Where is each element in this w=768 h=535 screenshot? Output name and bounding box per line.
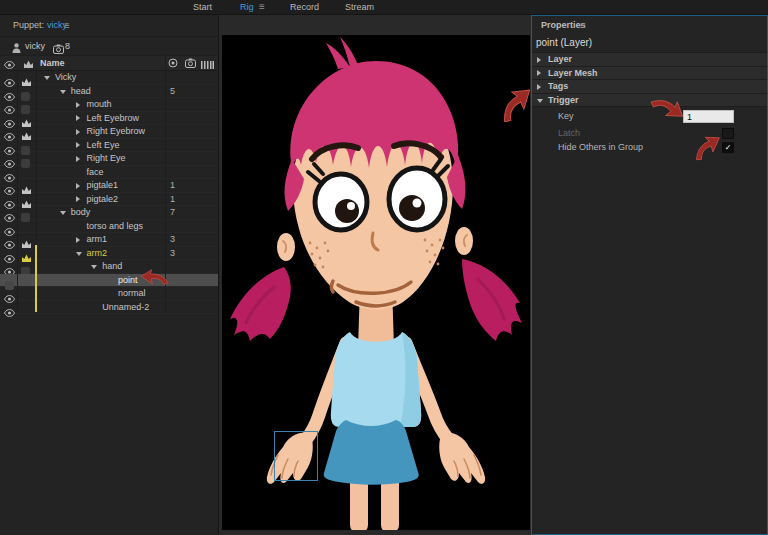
layer-label: pigtale1 [87, 179, 119, 193]
layer-label: face [87, 166, 104, 180]
crown-placeholder[interactable] [21, 100, 35, 110]
latch-label: Latch [558, 126, 580, 140]
tab-start[interactable]: Start [193, 0, 212, 14]
layer-row-body[interactable]: body7 [0, 206, 218, 220]
crown-placeholder[interactable] [21, 154, 35, 164]
layer-row-arm1[interactable]: arm13 [0, 233, 218, 247]
eye-toggle-icon[interactable] [2, 222, 16, 232]
section-layer[interactable]: Layer [532, 53, 767, 67]
eye-toggle-icon[interactable] [2, 249, 16, 259]
eye-toggle-icon[interactable] [2, 87, 16, 97]
panel-menu-icon[interactable]: ≡ [64, 15, 70, 36]
eye-toggle-icon[interactable] [2, 73, 16, 83]
layer-label: hand [102, 260, 122, 274]
crown-placeholder[interactable] [21, 87, 35, 97]
camera-icon[interactable] [185, 58, 196, 72]
eye-toggle-icon[interactable] [2, 168, 16, 178]
crown-icon-armed[interactable] [21, 249, 35, 259]
twirl-closed-icon[interactable] [537, 84, 541, 90]
puppet-badge-count: 8 [65, 37, 70, 55]
eye-hidden-box[interactable] [2, 276, 16, 286]
layer-row-point[interactable]: point [0, 274, 218, 288]
layer-row-vicky[interactable]: Vicky [0, 71, 218, 85]
eye-toggle-icon[interactable] [2, 208, 16, 218]
properties-sections: LayerLayer MeshTagsTriggerKeyLatchHide O… [532, 53, 767, 154]
eye-toggle-icon[interactable] [2, 100, 16, 110]
layer-row-unnamed-2[interactable]: Unnamed-2 [0, 301, 218, 315]
crown-placeholder[interactable] [21, 262, 35, 272]
twirl-open-icon[interactable] [44, 76, 50, 80]
twirl-closed-icon[interactable] [76, 129, 80, 135]
properties-panel: Properties ≡ point (Layer) LayerLayer Me… [531, 15, 768, 535]
layer-row-mouth[interactable]: mouth [0, 98, 218, 112]
crown-placeholder[interactable] [21, 208, 35, 218]
eye-toggle-icon[interactable] [2, 141, 16, 151]
crown-icon[interactable] [21, 114, 35, 124]
crown-icon[interactable] [21, 181, 35, 191]
twirl-closed-icon[interactable] [76, 142, 80, 148]
panel-menu-icon[interactable]: ≡ [580, 16, 586, 35]
layer-row-face[interactable]: face [0, 166, 218, 180]
puppet-root-name: vicky [25, 37, 45, 55]
twirl-open-icon[interactable] [76, 252, 82, 256]
layer-row-pigtale2[interactable]: pigtale21 [0, 193, 218, 207]
layer-row-head[interactable]: head5 [0, 85, 218, 99]
puppet-root-row[interactable]: vicky 8 [0, 37, 218, 56]
crown-icon[interactable] [21, 127, 35, 137]
column-divider [17, 68, 18, 312]
key-input[interactable] [683, 110, 734, 123]
layer-row-torso-and-legs[interactable]: torso and legs [0, 220, 218, 234]
puppet-panel-header: Puppet: vicky ≡ [0, 15, 218, 37]
crown-empty [21, 168, 35, 178]
layer-label: Vicky [55, 71, 76, 85]
crown-icon[interactable] [21, 73, 35, 83]
trigger-count-value: 3 [170, 247, 175, 261]
eye-toggle-icon[interactable] [2, 195, 16, 205]
twirl-open-icon[interactable] [537, 99, 543, 103]
workspace-menu-icon[interactable]: ≡ [259, 0, 265, 14]
layer-row-normal[interactable]: normal [0, 287, 218, 301]
twirl-open-icon[interactable] [60, 90, 66, 94]
puppet-canvas[interactable] [222, 35, 530, 530]
twirl-closed-icon[interactable] [76, 156, 80, 162]
layer-row-arm2[interactable]: arm23 [0, 247, 218, 261]
layer-row-left-eyebrow[interactable]: Left Eyebrow [0, 112, 218, 126]
eye-toggle-icon[interactable] [2, 289, 16, 299]
crown-placeholder[interactable] [21, 141, 35, 151]
properties-header: Properties ≡ [532, 16, 767, 35]
layer-row-left-eye[interactable]: Left Eye [0, 139, 218, 153]
record-dot-icon[interactable] [168, 58, 178, 72]
eye-toggle-icon[interactable] [2, 127, 16, 137]
twirl-closed-icon[interactable] [76, 196, 80, 202]
section-tags[interactable]: Tags [532, 80, 767, 94]
layer-list-header: Name [0, 56, 218, 71]
tab-record[interactable]: Record [290, 0, 319, 14]
crown-icon[interactable] [21, 195, 35, 205]
eye-toggle-icon[interactable] [2, 235, 16, 245]
layer-row-hand[interactable]: hand [0, 260, 218, 274]
eye-toggle-icon[interactable] [2, 181, 16, 191]
eye-toggle-icon[interactable] [2, 262, 16, 272]
eye-toggle-icon[interactable] [2, 114, 16, 124]
hide-others-checkbox[interactable]: ✓ [722, 142, 734, 153]
eye-toggle-icon[interactable] [2, 154, 16, 164]
twirl-open-icon[interactable] [91, 265, 97, 269]
hand-selection-box[interactable] [274, 431, 318, 481]
twirl-closed-icon[interactable] [76, 237, 80, 243]
layer-row-right-eyebrow[interactable]: Right Eyebrow [0, 125, 218, 139]
twirl-closed-icon[interactable] [76, 102, 80, 108]
latch-checkbox[interactable] [722, 128, 734, 139]
tab-stream[interactable]: Stream [345, 0, 374, 14]
crown-icon[interactable] [21, 235, 35, 245]
section-layer-mesh[interactable]: Layer Mesh [532, 67, 767, 81]
twirl-closed-icon[interactable] [76, 183, 80, 189]
twirl-open-icon[interactable] [60, 211, 66, 215]
eye-toggle-icon[interactable] [2, 303, 16, 313]
layer-row-right-eye[interactable]: Right Eye [0, 152, 218, 166]
twirl-closed-icon[interactable] [537, 70, 541, 76]
layer-row-pigtale1[interactable]: pigtale11 [0, 179, 218, 193]
twirl-closed-icon[interactable] [537, 57, 541, 63]
section-trigger[interactable]: Trigger [532, 94, 767, 108]
tab-rig[interactable]: Rig [240, 0, 254, 14]
twirl-closed-icon[interactable] [76, 115, 80, 121]
